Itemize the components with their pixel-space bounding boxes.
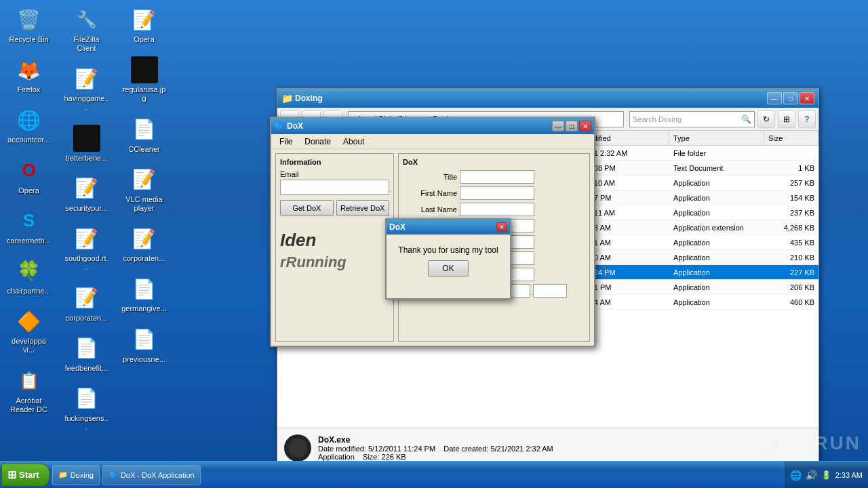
search-container: Search Doxing 🔍 bbox=[629, 111, 755, 127]
dox-menubar: File Donate About bbox=[271, 134, 594, 149]
tray-sound-icon: 🔊 bbox=[806, 470, 817, 481]
desktop-icon-betterbene[interactable]: betterbene... bbox=[61, 122, 112, 165]
desktop-icon-corporaten[interactable]: 📝 corporaten... bbox=[119, 222, 170, 266]
desktop-icon-developpa[interactable]: 📝 corporaten... bbox=[61, 282, 112, 325]
desktop-icon-opera[interactable]: O Opera bbox=[3, 155, 54, 198]
title-label: Title bbox=[403, 173, 457, 181]
firstname-label: First Name bbox=[403, 189, 457, 197]
regularusa-label: regularusa.jpg bbox=[121, 85, 167, 103]
view-btn[interactable]: ⊞ bbox=[778, 110, 795, 128]
chrome-label: accountcor... bbox=[7, 136, 50, 144]
row-size: 257 KB bbox=[764, 179, 818, 187]
retrieve-dox-btn[interactable]: Retrieve DoX bbox=[336, 200, 390, 216]
dialog-message: Thank you for using my tool bbox=[398, 245, 498, 255]
opera-label: Opera bbox=[18, 186, 39, 195]
desktop-icon-accountcor[interactable]: 📝 havinggame... bbox=[61, 62, 112, 115]
windows-logo-icon: ⊞ bbox=[7, 468, 16, 481]
row-type: File folder bbox=[669, 149, 764, 157]
firstname-input[interactable] bbox=[460, 186, 534, 200]
desktop-icon-feedbenefit[interactable]: 📄 feedbenefit... bbox=[61, 332, 112, 375]
previousne-label: previousne... bbox=[123, 355, 165, 364]
row-size: 206 KB bbox=[764, 283, 818, 291]
desktop-icon-chairpartne[interactable]: 📝 southgood.rt... bbox=[61, 222, 112, 274]
email-label: Email bbox=[280, 170, 389, 178]
corporaten-icon: 📝 bbox=[131, 225, 158, 252]
menu-donate[interactable]: Donate bbox=[299, 136, 336, 148]
status-type-size: Application Size: 226 KB bbox=[318, 453, 553, 461]
desktop-icon-southgood[interactable]: 📝 VLC media player bbox=[119, 163, 170, 216]
refresh-btn[interactable]: ↻ bbox=[757, 110, 775, 128]
developpa-label: corporaten... bbox=[66, 314, 108, 323]
dox-minimize-btn[interactable]: — bbox=[552, 121, 564, 131]
status-filename: DoX.exe bbox=[318, 435, 553, 445]
betterbene-icon bbox=[73, 125, 100, 152]
dox-maximize-btn[interactable]: □ bbox=[566, 121, 578, 131]
regularusa-icon bbox=[131, 56, 158, 83]
taskbar-folder-icon: 📁 bbox=[58, 470, 68, 479]
desktop-icon-firefox[interactable]: 🦊 Firefox bbox=[3, 54, 54, 97]
ccleaner-label: chairpartne... bbox=[7, 287, 50, 296]
lastname-input[interactable] bbox=[460, 203, 534, 216]
explorer-minimize-btn[interactable]: — bbox=[767, 92, 782, 104]
desktop-icon-recycle-bin[interactable]: 🗑️ Recycle Bin bbox=[3, 3, 54, 47]
row-type: Application bbox=[669, 179, 764, 187]
dox-titlebar: 🔷 DoX — □ ✕ bbox=[271, 118, 594, 134]
filezilla-icon: 🔧 bbox=[73, 6, 100, 33]
skype-label: careermeth... bbox=[7, 237, 51, 245]
dialog-body: Thank you for using my tool OK bbox=[387, 235, 510, 282]
status-app-icon bbox=[284, 434, 311, 462]
desktop-icon-fuckingsens[interactable]: 📄 fuckingsens... bbox=[61, 382, 112, 434]
taskbar: ⊞ Start 📁 Doxing 🔷 DoX - DoX Application… bbox=[0, 461, 868, 488]
desktop-icon-germangive[interactable]: 📄 germangive... bbox=[119, 272, 170, 316]
desktop-icon-previousne[interactable]: 📄 previousne... bbox=[119, 323, 170, 367]
col-header-type[interactable]: Type bbox=[669, 131, 764, 145]
dialog-close-btn[interactable]: ✕ bbox=[496, 222, 507, 232]
info-buttons: Get DoX Retrieve DoX bbox=[280, 200, 389, 216]
desktop-icon-filezilla[interactable]: 🔧 FileZilla Client bbox=[61, 3, 112, 56]
explorer-close-btn[interactable]: ✕ bbox=[800, 92, 814, 104]
desktop-icon-havinggame[interactable]: 📝 Opera bbox=[119, 3, 170, 47]
explorer-maximize-btn[interactable]: □ bbox=[783, 92, 798, 104]
firefox-label: Firefox bbox=[18, 85, 41, 94]
dob-year[interactable] bbox=[533, 284, 567, 298]
havinggame-icon: 📝 bbox=[131, 6, 158, 33]
title-input[interactable] bbox=[460, 170, 534, 184]
desktop-icon-regularusa[interactable]: regularusa.jpg bbox=[119, 54, 170, 106]
recycle-bin-label: Recycle Bin bbox=[9, 35, 48, 44]
row-type: Text Document bbox=[669, 164, 764, 172]
help-btn[interactable]: ? bbox=[798, 110, 816, 128]
dialog-ok-btn[interactable]: OK bbox=[428, 260, 469, 277]
info-panel: Information Email Get DoX Retrieve DoX I… bbox=[275, 153, 394, 342]
email-input[interactable] bbox=[280, 180, 389, 195]
col-header-size[interactable]: Size bbox=[764, 131, 818, 145]
desktop-icon-ccleaner[interactable]: 🍀 chairpartne... bbox=[3, 255, 54, 298]
ccleaner-icon: 🍀 bbox=[16, 258, 43, 285]
desktop-icon-acrobat[interactable]: 📋 Acrobat Reader DC bbox=[3, 365, 54, 417]
form-row-lastname: Last Name bbox=[403, 203, 585, 216]
desktop-icon-vlc[interactable]: 🔶 developpa vi... bbox=[3, 305, 54, 357]
info-panel-title: Information bbox=[280, 158, 389, 166]
dox-close-btn[interactable]: ✕ bbox=[579, 121, 591, 131]
form-row-title: Title bbox=[403, 170, 585, 184]
taskbar-item-explorer[interactable]: 📁 Doxing bbox=[52, 465, 100, 485]
recycle-bin-icon: 🗑️ bbox=[16, 6, 43, 33]
row-type: Application bbox=[669, 194, 764, 202]
search-icon[interactable]: 🔍 bbox=[741, 115, 751, 124]
explorer-controls: — □ ✕ bbox=[767, 92, 814, 104]
row-type: Application bbox=[669, 209, 764, 217]
acrobat-label: Acrobat Reader DC bbox=[6, 396, 52, 414]
start-button[interactable]: ⊞ Start bbox=[1, 464, 50, 487]
taskbar-dox-label: DoX - DoX Application bbox=[121, 471, 195, 479]
row-size: 1 KB bbox=[764, 164, 818, 172]
desktop-icon-chrome[interactable]: 🌐 accountcor... bbox=[3, 104, 54, 147]
get-dox-btn[interactable]: Get DoX bbox=[280, 200, 334, 216]
desktop-icon-careermeth[interactable]: 📝 securitypur... bbox=[61, 172, 112, 216]
menu-file[interactable]: File bbox=[274, 136, 298, 148]
accountcor-label: havinggame... bbox=[64, 94, 109, 112]
desktop-icon-securitypur[interactable]: 📄 CCleaner bbox=[119, 113, 170, 157]
desktop-icon-skype[interactable]: S careermeth... bbox=[3, 205, 54, 248]
row-size: 154 KB bbox=[764, 194, 818, 202]
menu-about[interactable]: About bbox=[338, 136, 370, 148]
taskbar-items: 📁 Doxing 🔷 DoX - DoX Application bbox=[50, 465, 785, 485]
taskbar-item-dox[interactable]: 🔷 DoX - DoX Application bbox=[102, 465, 201, 485]
